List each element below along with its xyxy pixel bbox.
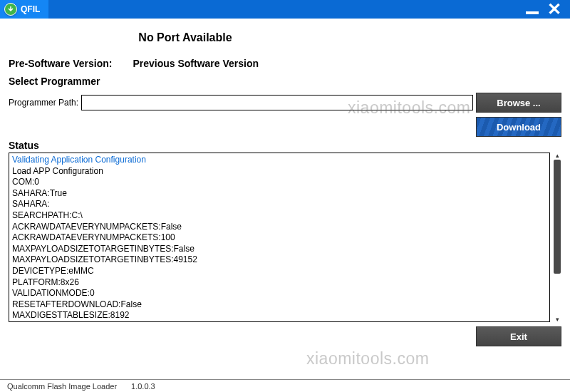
pre-version-value: Previous Software Version: [133, 58, 259, 69]
status-line: SEARCHPATH:C:\: [12, 210, 546, 222]
main-content: No Port Available Pre-Software Version: …: [0, 19, 570, 379]
status-line: SWITCHTOFIREHOSETIMEOUT:30: [12, 321, 546, 322]
download-button[interactable]: Download: [476, 117, 561, 137]
port-status: No Port Available: [0, 31, 561, 44]
status-line: VALIDATIONMODE:0: [12, 288, 546, 299]
statusbar-version: 1.0.0.3: [131, 382, 155, 391]
status-line: COM:0: [12, 177, 546, 188]
app-title: QFIL: [21, 4, 40, 14]
close-button[interactable]: ✕: [547, 1, 561, 18]
programmer-path-input[interactable]: [81, 95, 473, 110]
exit-row: Exit: [9, 326, 561, 346]
status-line: MAXPAYLOADSIZETOTARGETINBYTES:49152: [12, 254, 546, 266]
version-row: Pre-Software Version: Previous Software …: [9, 57, 561, 70]
status-line: DEVICETYPE:eMMC: [12, 266, 546, 277]
pre-version-label: Pre-Software Version:: [9, 58, 130, 69]
status-label: Status: [9, 140, 561, 151]
status-textbox[interactable]: Validating Application ConfigurationLoad…: [9, 153, 550, 322]
scrollbar[interactable]: ▴ ▾: [553, 153, 561, 322]
scroll-thumb[interactable]: [554, 160, 561, 274]
select-programmer-label: Select Programmer: [9, 76, 561, 87]
statusbar: Qualcomm Flash Image Loader 1.0.0.3: [0, 379, 570, 392]
status-line: SAHARA:: [12, 199, 546, 210]
download-row: Download: [9, 117, 561, 137]
app-icon-box: QFIL: [0, 0, 48, 19]
titlebar-left: QFIL: [0, 0, 48, 19]
titlebar-controls: ✕: [526, 1, 570, 18]
exit-button[interactable]: Exit: [476, 326, 561, 346]
status-line: MAXPAYLOADSIZETOTARGETINBYTES:False: [12, 244, 546, 255]
browse-button[interactable]: Browse ...: [476, 93, 561, 113]
status-container: Validating Application ConfigurationLoad…: [9, 153, 561, 322]
scroll-down-icon[interactable]: ▾: [554, 316, 560, 322]
status-line: SAHARA:True: [12, 188, 546, 200]
status-line: RESETAFTERDOWNLOAD:False: [12, 299, 546, 311]
status-line: ACKRAWDATAEVERYNUMPACKETS:False: [12, 222, 546, 233]
status-line: Validating Application Configuration: [12, 155, 546, 166]
statusbar-product: Qualcomm Flash Image Loader: [7, 382, 117, 391]
programmer-path-label: Programmer Path:: [9, 98, 78, 108]
app-icon: [4, 3, 17, 16]
programmer-path-row: Programmer Path: Browse ...: [9, 93, 561, 113]
scroll-up-icon[interactable]: ▴: [554, 153, 560, 158]
status-line: Load APP Configuration: [12, 166, 546, 177]
status-line: PLATFORM:8x26: [12, 277, 546, 289]
status-line: ACKRAWDATAEVERYNUMPACKETS:100: [12, 232, 546, 244]
status-line: MAXDIGESTTABLESIZE:8192: [12, 310, 546, 321]
minimize-button[interactable]: [526, 11, 539, 14]
titlebar: QFIL ✕: [0, 0, 570, 19]
